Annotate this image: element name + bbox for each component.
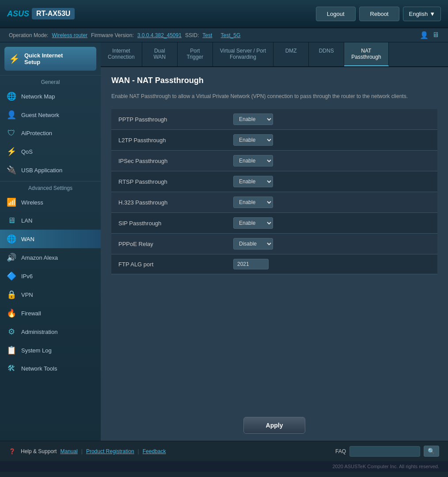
sidebar-item-firewall[interactable]: 🔥 Firewall <box>0 304 101 322</box>
table-row: L2TP Passthrough Enable Disable <box>111 130 437 151</box>
sidebar-item-network-tools[interactable]: 🛠 Network Tools <box>0 360 101 378</box>
sidebar-item-label: LAN <box>21 217 32 224</box>
setting-label: SIP Passthrough <box>111 213 226 234</box>
usb-icon: 🔌 <box>6 165 17 175</box>
language-button[interactable]: English ▼ <box>403 7 441 21</box>
wan-icon: 🌐 <box>6 234 17 244</box>
page-content: WAN - NAT Passthrough Enable NAT Passthr… <box>101 67 448 410</box>
rtsp-passthrough-select[interactable]: Enable Disable <box>233 176 273 187</box>
header: ASUS RT-AX53U Logout Reboot English ▼ <box>0 0 448 28</box>
firewall-icon: 🔥 <box>6 308 17 318</box>
setting-label: FTP ALG port <box>111 254 226 274</box>
main-layout: ⚡ Quick InternetSetup General 🌐 Network … <box>0 42 448 441</box>
product-registration-link[interactable]: Product Registration <box>86 448 134 454</box>
wireless-icon: 📶 <box>6 197 17 207</box>
pppoe-relay-select[interactable]: Disable Enable <box>233 238 273 250</box>
sidebar-item-label: Firewall <box>21 310 41 317</box>
page-description: Enable NAT Passthrough to allow a Virtua… <box>111 92 437 100</box>
faq-label: FAQ <box>335 448 346 454</box>
h323-passthrough-select[interactable]: Enable Disable <box>233 197 273 208</box>
quick-setup-label: Quick InternetSetup <box>24 52 63 65</box>
sidebar-item-administration[interactable]: ⚙ Administration <box>0 322 101 341</box>
faq-search-button[interactable]: 🔍 <box>424 446 439 457</box>
op-mode-value[interactable]: Wireless router <box>52 32 87 38</box>
sidebar-item-aiprotection[interactable]: 🛡 AiProtection <box>0 124 101 142</box>
sidebar-item-wan[interactable]: 🌐 WAN <box>0 230 101 248</box>
sidebar-item-guest-network[interactable]: 👤 Guest Network <box>0 106 101 124</box>
feedback-link[interactable]: Feedback <box>143 448 166 454</box>
page-title: WAN - NAT Passthrough <box>111 76 437 85</box>
sidebar-item-label: IPv6 <box>21 273 33 280</box>
quick-setup-button[interactable]: ⚡ Quick InternetSetup <box>4 47 96 71</box>
setting-label: H.323 Passthrough <box>111 192 226 213</box>
sidebar-item-usb-application[interactable]: 🔌 USB Application <box>0 161 101 179</box>
sidebar-item-label: Administration <box>21 329 57 335</box>
ftp-alg-port-input[interactable] <box>233 259 269 269</box>
ssid1-value[interactable]: Test <box>202 32 212 38</box>
table-row: PPPoE Relay Disable Enable <box>111 234 437 254</box>
logo-area: ASUS RT-AX53U <box>7 8 75 19</box>
user-icon[interactable]: 👤 <box>420 31 429 39</box>
sidebar-item-label: Wireless <box>21 199 43 206</box>
sidebar-item-wireless[interactable]: 📶 Wireless <box>0 193 101 212</box>
sidebar-item-network-map[interactable]: 🌐 Network Map <box>0 87 101 106</box>
ipsec-passthrough-select[interactable]: Enable Disable <box>233 155 273 167</box>
pptp-passthrough-select[interactable]: Enable Disable <box>233 114 273 125</box>
ssid-label: SSID: <box>185 32 199 38</box>
reboot-button[interactable]: Reboot <box>359 7 400 21</box>
system-log-icon: 📋 <box>6 345 17 355</box>
op-mode-label: Operation Mode: <box>9 32 48 38</box>
setting-label: PPPoE Relay <box>111 234 226 254</box>
operation-bar: Operation Mode: Wireless router Firmware… <box>0 28 448 42</box>
asus-logo: ASUS <box>7 9 29 19</box>
sidebar: ⚡ Quick InternetSetup General 🌐 Network … <box>0 42 101 441</box>
content-area: InternetConnection DualWAN PortTrigger V… <box>101 42 448 441</box>
ipv6-icon: 🔷 <box>6 271 17 281</box>
help-icon: ❓ <box>9 448 15 454</box>
table-row: H.323 Passthrough Enable Disable <box>111 192 437 213</box>
table-row: IPSec Passthrough Enable Disable <box>111 151 437 171</box>
network-map-icon: 🌐 <box>6 91 17 101</box>
copyright-bar: 2020 ASUSTeK Computer Inc. All rights re… <box>0 461 448 472</box>
tab-virtual-server[interactable]: Virtual Server / PortForwarding <box>213 42 273 66</box>
apply-button[interactable]: Apply <box>243 417 306 434</box>
tab-dual-wan[interactable]: DualWAN <box>142 42 178 66</box>
tab-dmz[interactable]: DMZ <box>273 42 309 66</box>
manual-link[interactable]: Manual <box>60 448 77 454</box>
table-row: RTSP Passthrough Enable Disable <box>111 171 437 192</box>
faq-search-input[interactable] <box>349 446 420 457</box>
logout-button[interactable]: Logout <box>316 7 356 21</box>
sidebar-item-lan[interactable]: 🖥 LAN <box>0 212 101 230</box>
l2tp-passthrough-select[interactable]: Enable Disable <box>233 134 273 146</box>
sidebar-item-label: Guest Network <box>21 112 59 118</box>
tab-port-trigger[interactable]: PortTrigger <box>178 42 213 66</box>
tab-nat-passthrough[interactable]: NATPassthrough <box>344 42 388 66</box>
firmware-value[interactable]: 3.0.0.4.382_45091 <box>137 32 182 38</box>
sidebar-item-label: Network Tools <box>21 365 57 372</box>
tab-ddns[interactable]: DDNS <box>309 42 344 66</box>
general-section-label: General <box>0 75 101 87</box>
lan-icon: 🖥 <box>6 216 17 225</box>
sidebar-item-label: QoS <box>21 148 33 155</box>
setting-label: IPSec Passthrough <box>111 151 226 171</box>
sip-passthrough-select[interactable]: Enable Disable <box>233 217 273 229</box>
network-tools-icon: 🛠 <box>6 364 17 373</box>
sidebar-item-ipv6[interactable]: 🔷 IPv6 <box>0 267 101 285</box>
advanced-section-label: Advanced Settings <box>0 181 101 193</box>
setting-label: RTSP Passthrough <box>111 171 226 192</box>
vpn-icon: 🔒 <box>6 290 17 299</box>
setting-label: PPTP Passthrough <box>111 109 226 130</box>
sidebar-item-qos[interactable]: ⚡ QoS <box>0 142 101 161</box>
qos-icon: ⚡ <box>6 147 17 156</box>
sidebar-item-label: WAN <box>21 236 34 242</box>
sidebar-item-system-log[interactable]: 📋 System Log <box>0 341 101 360</box>
aiprotection-icon: 🛡 <box>6 129 17 138</box>
sidebar-item-amazon-alexa[interactable]: 🔊 Amazon Alexa <box>0 248 101 267</box>
monitor-icon[interactable]: 🖥 <box>432 31 439 39</box>
guest-network-icon: 👤 <box>6 110 17 120</box>
firmware-label: Firmware Version: <box>91 32 134 38</box>
ssid2-value[interactable]: Test_5G <box>221 32 241 38</box>
sidebar-item-vpn[interactable]: 🔒 VPN <box>0 285 101 304</box>
tab-internet-connection[interactable]: InternetConnection <box>101 42 142 66</box>
sidebar-item-label: AiProtection <box>21 130 52 136</box>
